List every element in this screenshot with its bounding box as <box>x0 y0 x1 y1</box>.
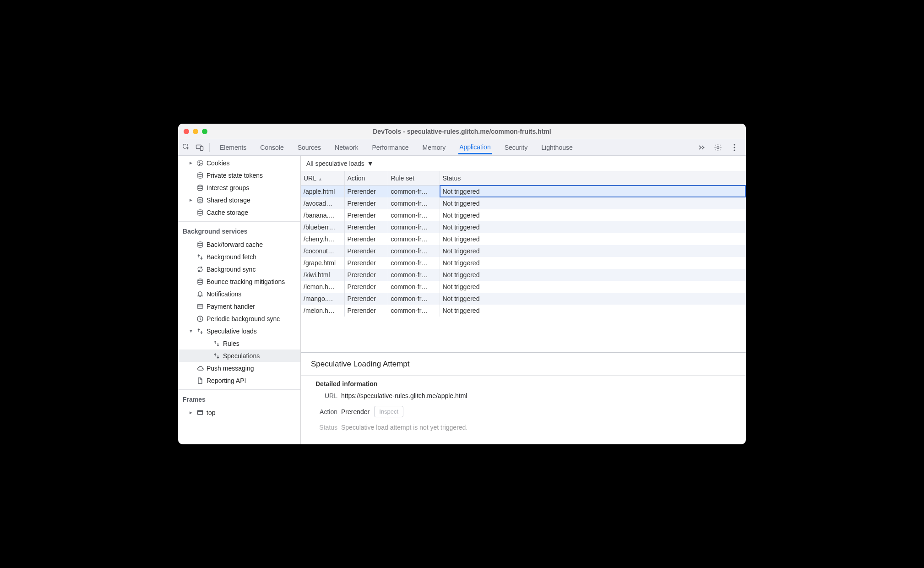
device-toolbar-icon[interactable] <box>195 142 205 153</box>
table-row[interactable]: /melon.h…Prerendercommon-fr…Not triggere… <box>301 305 746 317</box>
table-row[interactable]: /mango.…Prerendercommon-fr…Not triggered <box>301 293 746 305</box>
cell-status: Not triggered <box>440 209 746 221</box>
table-row[interactable]: /lemon.h…Prerendercommon-fr…Not triggere… <box>301 281 746 293</box>
settings-icon[interactable] <box>713 142 723 153</box>
kebab-menu-icon[interactable] <box>729 142 739 153</box>
speculations-table-wrap[interactable]: URL▲ActionRule setStatus /apple.htmlPrer… <box>301 171 746 353</box>
close-window-button[interactable] <box>184 129 189 134</box>
window-controls <box>184 129 207 134</box>
tree-item-label: Speculative loads <box>207 328 257 335</box>
tab-lighthouse[interactable]: Lighthouse <box>540 141 574 154</box>
tab-network[interactable]: Network <box>334 141 359 154</box>
tab-performance[interactable]: Performance <box>371 141 409 154</box>
sidebar-item-top[interactable]: ►top <box>178 406 300 419</box>
tree-item-label: Periodic background sync <box>207 315 280 322</box>
database-icon <box>196 241 204 248</box>
column-status[interactable]: Status <box>440 171 746 185</box>
cell-ruleset: common-fr… <box>388 221 440 233</box>
sidebar-item-cache-storage[interactable]: Cache storage <box>178 206 300 218</box>
table-row[interactable]: /kiwi.htmlPrerendercommon-fr…Not trigger… <box>301 269 746 281</box>
cell-ruleset: common-fr… <box>388 233 440 245</box>
cell-status: Not triggered <box>440 269 746 281</box>
updown-icon <box>196 328 204 335</box>
column-url[interactable]: URL▲ <box>301 171 344 185</box>
tab-application[interactable]: Application <box>458 141 492 154</box>
detail-action-value: Prerender <box>341 408 370 415</box>
column-action[interactable]: Action <box>344 171 388 185</box>
sidebar: ►CookiesPrivate state tokensInterest gro… <box>178 156 301 444</box>
cell-action: Prerender <box>344 245 388 257</box>
svg-point-10 <box>199 164 200 165</box>
database-icon <box>196 197 204 204</box>
sidebar-item-background-fetch[interactable]: Background fetch <box>178 251 300 263</box>
twisty-icon: ► <box>188 160 194 165</box>
sidebar-item-notifications[interactable]: Notifications <box>178 288 300 300</box>
maximize-window-button[interactable] <box>202 129 207 134</box>
minimize-window-button[interactable] <box>193 129 198 134</box>
tab-memory[interactable]: Memory <box>422 141 447 154</box>
svg-rect-17 <box>197 305 203 308</box>
twisty-icon: ▼ <box>188 328 194 333</box>
table-row[interactable]: /grape.htmlPrerendercommon-fr…Not trigge… <box>301 257 746 269</box>
sidebar-item-speculative-loads[interactable]: ▼Speculative loads <box>178 325 300 337</box>
inspect-element-icon[interactable] <box>182 142 192 153</box>
window-title: DevTools - speculative-rules.glitch.me/c… <box>178 128 746 135</box>
cell-url: /lemon.h… <box>301 281 344 293</box>
document-icon <box>196 377 204 384</box>
inspect-button[interactable]: Inspect <box>374 406 403 417</box>
divider <box>178 389 300 390</box>
tab-console[interactable]: Console <box>259 141 284 154</box>
database-icon <box>196 172 204 179</box>
cell-action: Prerender <box>344 197 388 209</box>
tree-item-label: Speculations <box>223 352 260 360</box>
more-tabs-icon[interactable] <box>696 142 707 153</box>
updown-icon <box>213 340 220 347</box>
table-row[interactable]: /apple.htmlPrerendercommon-fr…Not trigge… <box>301 185 746 197</box>
table-row[interactable]: /cherry.h…Prerendercommon-fr…Not trigger… <box>301 233 746 245</box>
sidebar-item-speculations[interactable]: Speculations <box>178 350 300 362</box>
table-row[interactable]: /coconut…Prerendercommon-fr…Not triggere… <box>301 245 746 257</box>
table-row[interactable]: /blueberr…Prerendercommon-fr…Not trigger… <box>301 221 746 233</box>
sidebar-item-rules[interactable]: Rules <box>178 337 300 350</box>
svg-point-4 <box>734 144 735 145</box>
speculation-filter-select[interactable]: All speculative loads ▼ <box>306 160 374 167</box>
tab-security[interactable]: Security <box>504 141 529 154</box>
tree-item-label: Back/forward cache <box>207 241 263 248</box>
cell-ruleset: common-fr… <box>388 185 440 197</box>
table-row[interactable]: /banana.…Prerendercommon-fr…Not triggere… <box>301 209 746 221</box>
detail-status-key: Status <box>311 424 341 431</box>
cell-ruleset: common-fr… <box>388 293 440 305</box>
cell-url: /banana.… <box>301 209 344 221</box>
detail-title: Speculative Loading Attempt <box>311 360 736 369</box>
svg-point-7 <box>197 160 203 166</box>
sidebar-item-back-forward-cache[interactable]: Back/forward cache <box>178 238 300 251</box>
svg-rect-20 <box>198 410 203 415</box>
cell-action: Prerender <box>344 269 388 281</box>
sidebar-item-payment-handler[interactable]: Payment handler <box>178 300 300 312</box>
tab-elements[interactable]: Elements <box>219 141 247 154</box>
sidebar-item-shared-storage[interactable]: ►Shared storage <box>178 194 300 206</box>
column-rule-set[interactable]: Rule set <box>388 171 440 185</box>
sidebar-item-push-messaging[interactable]: Push messaging <box>178 362 300 374</box>
sidebar-item-reporting-api[interactable]: Reporting API <box>178 374 300 387</box>
cell-url: /blueberr… <box>301 221 344 233</box>
cell-action: Prerender <box>344 221 388 233</box>
sidebar-item-cookies[interactable]: ►Cookies <box>178 157 300 169</box>
sidebar-item-private-state-tokens[interactable]: Private state tokens <box>178 169 300 181</box>
tab-sources[interactable]: Sources <box>297 141 322 154</box>
cell-action: Prerender <box>344 209 388 221</box>
sidebar-item-interest-groups[interactable]: Interest groups <box>178 181 300 194</box>
bell-icon <box>196 290 204 298</box>
detail-url-value: https://speculative-rules.glitch.me/appl… <box>341 392 467 399</box>
sidebar-item-periodic-background-sync[interactable]: Periodic background sync <box>178 312 300 325</box>
cell-action: Prerender <box>344 293 388 305</box>
tree-item-label: Background fetch <box>207 253 256 261</box>
table-row[interactable]: /avocad…Prerendercommon-fr…Not triggered <box>301 197 746 209</box>
cell-status: Not triggered <box>440 233 746 245</box>
filter-bar: All speculative loads ▼ <box>301 156 746 171</box>
sidebar-item-bounce-tracking-mitigations[interactable]: Bounce tracking mitigations <box>178 275 300 288</box>
sidebar-item-background-sync[interactable]: Background sync <box>178 263 300 275</box>
cell-status: Not triggered <box>440 281 746 293</box>
detail-action-key: Action <box>311 408 341 415</box>
tree-item-label: Shared storage <box>207 197 250 204</box>
